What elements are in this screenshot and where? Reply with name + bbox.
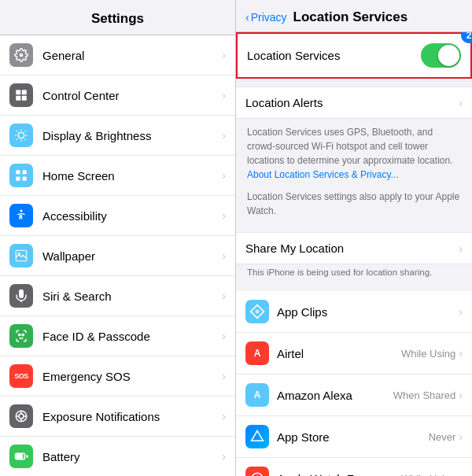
description-block-1: Location Services uses GPS, Bluetooth, a… [236,119,472,188]
settings-item-siri-search[interactable]: Siri & Search › [0,276,235,316]
app-icon-amazon-alexa: A [245,383,269,407]
app-icon-airtel: A [245,341,269,365]
location-services-toggle[interactable] [421,43,461,68]
svg-rect-31 [17,455,23,459]
right-header: ‹ Privacy Location Services [236,0,472,32]
right-panel-title: Location Services [293,9,408,25]
icon-battery [9,445,33,468]
section-divider-2 [236,283,472,291]
location-alerts-chevron: › [459,97,463,109]
app-icon-app-store [245,425,269,448]
svg-rect-3 [16,96,20,101]
app-value-apple-watch-faces: While Using [401,473,455,477]
app-label-app-clips: App Clips [277,305,455,319]
apps-list: App Clips › A Airtel While Using › A Ama… [236,291,472,476]
app-label-apple-watch-faces: Apple Watch Faces [277,472,401,477]
chevron-accessibility: › [222,209,226,222]
label-siri-search: Siri & Search [42,290,222,303]
back-chevron-icon: ‹ [245,11,249,24]
app-chevron-amazon-alexa: › [459,389,463,401]
settings-item-general[interactable]: General › [0,35,235,76]
location-alerts-label: Location Alerts [245,96,459,109]
label-home-screen: Home Screen [42,169,222,183]
app-row-app-clips[interactable]: App Clips › [236,291,472,333]
label-face-id: Face ID & Passcode [42,330,222,343]
label-emergency-sos: Emergency SOS [42,370,222,383]
chevron-control-center: › [222,89,226,101]
settings-item-display-brightness[interactable]: Display & Brightness › [0,116,235,156]
chevron-exposure: › [222,410,226,422]
svg-rect-15 [23,170,27,174]
share-my-location-label: Share My Location [245,242,459,255]
location-alerts-row[interactable]: Location Alerts › [236,87,472,119]
share-location-desc: This iPhone is being used for location s… [236,264,472,283]
settings-item-exposure[interactable]: Exposure Notifications › [0,397,235,437]
right-content: Location Services 2 Location Alerts › Lo… [236,32,472,476]
svg-rect-4 [22,96,27,101]
label-accessibility: Accessibility [42,209,222,223]
settings-item-accessibility[interactable]: Accessibility › [0,196,235,236]
about-link[interactable]: About Location Services & Privacy... [247,169,399,180]
icon-home-screen [9,164,33,187]
icon-exposure [9,404,33,428]
settings-item-control-center[interactable]: Control Center › [0,76,235,116]
svg-line-12 [17,139,17,140]
left-panel-title: Settings [0,0,235,35]
label-battery: Battery [42,450,222,463]
chevron-general: › [222,49,226,61]
app-label-amazon-alexa: Amazon Alexa [277,389,393,402]
svg-line-13 [25,131,26,131]
location-services-label: Location Services [247,49,421,62]
svg-point-25 [19,414,24,419]
label-display-brightness: Display & Brightness [42,129,222,142]
settings-item-emergency-sos[interactable]: SOS Emergency SOS › [0,356,235,397]
app-value-app-store: Never [429,431,456,443]
svg-point-22 [19,334,20,335]
svg-rect-16 [16,177,20,181]
settings-list: General › Control Center › Display & Bri… [0,35,235,476]
app-chevron-app-clips: › [459,305,463,318]
label-wallpaper: Wallpaper [42,249,222,263]
left-panel: Settings General › Control Center › Disp… [0,0,236,476]
toggle-knob [438,45,459,66]
label-control-center: Control Center [42,89,222,102]
icon-accessibility [9,204,33,227]
svg-line-9 [25,139,26,140]
svg-point-18 [20,210,23,212]
svg-rect-14 [16,170,20,174]
chevron-face-id: › [222,330,226,342]
app-row-apple-watch-faces[interactable]: Apple Watch Faces While Using › [236,458,472,476]
settings-item-battery[interactable]: Battery › [0,437,235,476]
svg-point-5 [18,132,24,138]
settings-item-wallpaper[interactable]: Wallpaper › [0,236,235,276]
svg-rect-2 [22,90,27,94]
share-my-location-row[interactable]: Share My Location › [236,232,472,264]
settings-item-home-screen[interactable]: Home Screen › [0,156,235,196]
svg-point-36 [256,310,260,314]
app-row-airtel[interactable]: A Airtel While Using › [236,333,472,375]
svg-rect-17 [23,177,27,181]
chevron-siri-search: › [222,290,226,302]
label-exposure: Exposure Notifications [42,410,222,423]
app-chevron-airtel: › [459,347,463,360]
chevron-emergency-sos: › [222,370,226,382]
label-general: General [42,49,222,62]
app-label-app-store: App Store [277,430,429,444]
chevron-home-screen: › [222,169,226,182]
location-services-row[interactable]: Location Services 2 [236,32,472,79]
app-chevron-apple-watch-faces: › [459,472,463,476]
app-label-airtel: Airtel [277,347,401,360]
svg-rect-1 [16,90,20,94]
badge-2: 2 [461,32,472,43]
app-row-app-store[interactable]: App Store Never › [236,416,472,458]
section-divider-1 [236,224,472,232]
chevron-battery: › [222,450,226,463]
icon-face-id [9,324,33,348]
app-chevron-app-store: › [459,430,463,443]
icon-wallpaper [9,244,33,268]
icon-control-center [9,83,33,107]
app-row-amazon-alexa[interactable]: A Amazon Alexa When Shared › [236,375,472,416]
settings-item-face-id[interactable]: Face ID & Passcode › [0,316,235,356]
back-button[interactable]: ‹ Privacy [245,11,287,24]
right-panel: ‹ Privacy Location Services Location Ser… [236,0,472,476]
